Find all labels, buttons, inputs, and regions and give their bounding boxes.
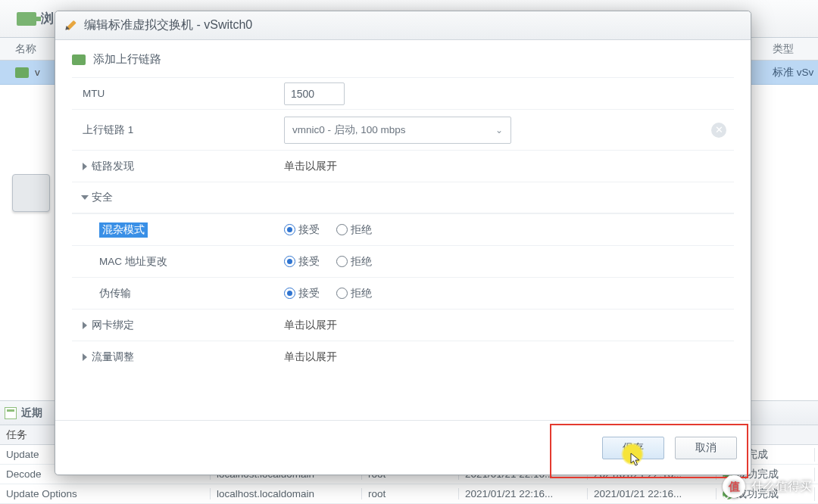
cancel-button[interactable]: 取消	[675, 437, 737, 459]
row-mtu: MTU	[72, 77, 734, 109]
row-mac-changes: MAC 地址更改 接受 拒绝	[72, 245, 734, 277]
row-label: v	[35, 67, 40, 78]
edit-vswitch-dialog: 编辑标准虚拟交换机 - vSwitch0 添加上行链路 MTU 上行链路 1 v…	[55, 11, 751, 475]
dialog-body: 添加上行链路 MTU 上行链路 1 vmnic0 - 启动, 100 mbps …	[55, 40, 751, 420]
table-row[interactable]: Update Options localhost.localdomain roo…	[0, 484, 818, 504]
promiscuous-accept[interactable]: 接受	[284, 223, 320, 237]
traffic-shaping-hint: 单击以展开	[284, 350, 734, 364]
add-uplink-button[interactable]: 添加上行链路	[72, 52, 734, 67]
mtu-label: MTU	[72, 88, 284, 99]
row-forged: 伪传输 接受 拒绝	[72, 277, 734, 309]
watermark: 值 什么值得买	[723, 475, 812, 498]
watermark-badge-icon: 值	[723, 475, 745, 498]
traffic-shaping-label: 流量调整	[92, 350, 134, 364]
caret-right-icon	[83, 322, 87, 329]
col-type[interactable]: 类型	[765, 42, 794, 56]
cancel-label: 取消	[695, 441, 717, 455]
network-icon	[17, 12, 36, 26]
caret-right-icon	[83, 353, 87, 361]
security-label: 安全	[92, 191, 113, 204]
mac-reject[interactable]: 拒绝	[336, 255, 372, 269]
vswitch-icon	[15, 67, 29, 78]
link-discovery-hint: 单击以展开	[284, 160, 734, 173]
caret-right-icon	[83, 163, 87, 170]
row-traffic-shaping[interactable]: 流量调整 单击以展开	[72, 341, 734, 372]
row-link-discovery[interactable]: 链路发现 单击以展开	[72, 150, 734, 182]
edit-icon	[64, 19, 78, 33]
mac-accept[interactable]: 接受	[284, 255, 320, 269]
uplink1-select[interactable]: vmnic0 - 启动, 100 mbps ⌄	[284, 117, 511, 144]
caret-down-icon	[81, 195, 89, 200]
forged-accept[interactable]: 接受	[284, 287, 320, 300]
remove-uplink-button[interactable]: ✕	[711, 123, 726, 138]
dialog-title: 编辑标准虚拟交换机 - vSwitch0	[84, 17, 252, 33]
uplink1-selected: vmnic0 - 启动, 100 mbps	[292, 123, 406, 137]
recent-tasks-title: 近期	[21, 406, 42, 420]
save-button[interactable]: 保存	[602, 437, 664, 459]
promiscuous-reject[interactable]: 拒绝	[336, 223, 372, 237]
dialog-title-bar[interactable]: 编辑标准虚拟交换机 - vSwitch0	[55, 11, 751, 40]
nic-teaming-label: 网卡绑定	[92, 319, 134, 332]
save-label: 保存	[623, 441, 644, 455]
bg-toolbar-text: 浏	[41, 10, 54, 27]
row-promiscuous: 混杂模式 接受 拒绝	[72, 213, 734, 245]
row-nic-teaming[interactable]: 网卡绑定 单击以展开	[72, 309, 734, 341]
mac-changes-label: MAC 地址更改	[99, 255, 167, 269]
link-discovery-label: 链路发现	[92, 160, 134, 173]
mtu-input[interactable]	[284, 82, 345, 105]
row-type: 标准 vSv	[765, 66, 813, 79]
uplink-icon	[72, 54, 86, 65]
promiscuous-label: 混杂模式	[99, 222, 148, 238]
chevron-down-icon: ⌄	[495, 125, 503, 135]
row-security[interactable]: 安全	[72, 182, 734, 213]
nic-teaming-hint: 单击以展开	[284, 319, 734, 332]
forged-label: 伪传输	[99, 287, 131, 300]
add-uplink-label: 添加上行链路	[93, 52, 161, 67]
dialog-footer: 保存 取消	[55, 420, 751, 474]
calendar-icon	[5, 407, 17, 419]
forged-reject[interactable]: 拒绝	[336, 287, 372, 300]
watermark-text: 什么值得买	[751, 479, 812, 495]
row-uplink1: 上行链路 1 vmnic0 - 启动, 100 mbps ⌄ ✕	[72, 109, 734, 150]
uplink1-label: 上行链路 1	[72, 123, 284, 137]
hardware-thumbnail	[12, 174, 50, 212]
